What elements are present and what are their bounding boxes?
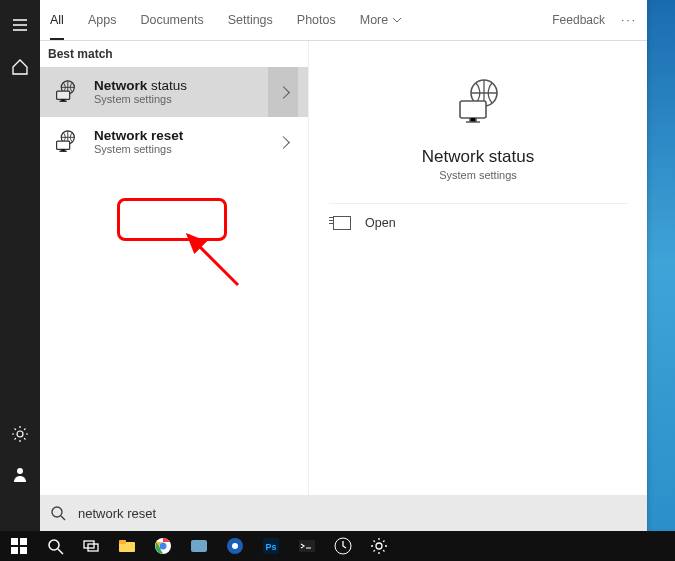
terminal-icon[interactable]: [292, 531, 322, 561]
preview-subtitle: System settings: [439, 169, 517, 181]
svg-rect-13: [20, 547, 27, 554]
tab-photos[interactable]: Photos: [297, 2, 336, 38]
start-button[interactable]: [4, 531, 34, 561]
tab-documents[interactable]: Documents: [140, 2, 203, 38]
settings-gear-icon[interactable]: [364, 531, 394, 561]
home-icon[interactable]: [11, 58, 29, 76]
svg-rect-7: [460, 101, 486, 118]
result-network-reset[interactable]: Network reset System settings: [40, 117, 308, 167]
clock-icon[interactable]: [328, 531, 358, 561]
gear-icon[interactable]: [11, 425, 29, 443]
preview-action-open[interactable]: Open: [329, 204, 627, 242]
desktop-wallpaper-edge: [645, 0, 675, 531]
task-view-icon[interactable]: [76, 531, 106, 561]
globe-monitor-icon: [450, 75, 506, 131]
open-icon: [333, 216, 351, 230]
taskbar: Ps: [0, 531, 675, 561]
svg-point-28: [376, 543, 382, 549]
tab-settings[interactable]: Settings: [228, 2, 273, 38]
svg-point-23: [232, 543, 238, 549]
tab-more[interactable]: More: [360, 2, 402, 38]
svg-point-0: [17, 431, 23, 437]
svg-point-8: [52, 507, 62, 517]
result-subtitle: System settings: [94, 143, 183, 156]
result-subtitle: System settings: [94, 93, 187, 106]
feedback-link[interactable]: Feedback: [552, 13, 605, 27]
taskbar-search-icon[interactable]: [40, 531, 70, 561]
user-icon[interactable]: [11, 465, 29, 483]
svg-point-20: [160, 543, 167, 550]
preview-hero: Network status System settings: [329, 55, 627, 204]
preview-title: Network status: [422, 147, 534, 167]
photoshop-icon[interactable]: Ps: [256, 531, 286, 561]
search-panel: Best match Network status System setting…: [40, 41, 647, 531]
svg-rect-10: [11, 538, 18, 545]
search-preview-column: Network status System settings Open: [309, 41, 647, 495]
expand-arrow-icon[interactable]: [268, 117, 298, 167]
svg-rect-3: [57, 91, 70, 99]
expand-arrow-icon[interactable]: [268, 67, 298, 117]
open-label: Open: [365, 216, 396, 230]
best-match-heading: Best match: [40, 41, 308, 67]
tab-all[interactable]: All: [50, 2, 64, 40]
chevron-down-icon: [392, 15, 402, 25]
app-icon[interactable]: [184, 531, 214, 561]
svg-text:Ps: Ps: [265, 542, 276, 552]
search-results-column: Best match Network status System setting…: [40, 41, 309, 495]
search-input[interactable]: [76, 505, 637, 522]
svg-point-1: [17, 468, 23, 474]
result-title: Network status: [94, 78, 187, 94]
more-options-icon[interactable]: ···: [621, 13, 637, 27]
svg-rect-21: [191, 540, 207, 552]
globe-monitor-icon: [50, 127, 80, 157]
file-explorer-icon[interactable]: [112, 531, 142, 561]
chrome-icon[interactable]: [148, 531, 178, 561]
svg-rect-18: [119, 540, 126, 544]
hamburger-icon[interactable]: [11, 16, 29, 34]
search-bar: [40, 495, 647, 531]
tab-apps[interactable]: Apps: [88, 2, 117, 38]
globe-monitor-icon: [50, 77, 80, 107]
camera-app-icon[interactable]: [220, 531, 250, 561]
svg-rect-5: [57, 141, 70, 149]
search-filter-tabs: All Apps Documents Settings Photos More …: [40, 0, 647, 41]
search-left-rail: [0, 0, 40, 531]
result-network-status[interactable]: Network status System settings: [40, 67, 308, 117]
result-title: Network reset: [94, 128, 183, 144]
tab-more-label: More: [360, 13, 388, 27]
svg-rect-12: [11, 547, 18, 554]
search-icon: [50, 505, 66, 521]
svg-rect-11: [20, 538, 27, 545]
svg-point-14: [49, 540, 59, 550]
